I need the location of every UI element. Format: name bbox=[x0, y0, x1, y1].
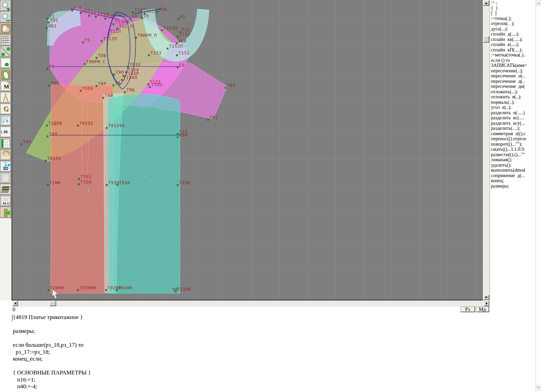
point-marker[interactable] bbox=[177, 184, 179, 186]
pattern-piece-button[interactable] bbox=[0, 69, 11, 80]
point-marker[interactable] bbox=[225, 87, 227, 89]
horizontal-scroll-thumb[interactable] bbox=[49, 301, 56, 306]
grading-g-button[interactable] bbox=[0, 103, 11, 115]
editor-line[interactable] bbox=[13, 335, 536, 342]
point-marker[interactable] bbox=[21, 143, 22, 145]
pattern-view-button[interactable] bbox=[0, 23, 11, 34]
grid-button[interactable] bbox=[0, 34, 11, 46]
point-marker[interactable] bbox=[108, 33, 109, 34]
i66-button[interactable] bbox=[0, 126, 11, 138]
command-item[interactable]: отложить в(..); bbox=[490, 94, 536, 100]
command-item[interactable]: разделить н(.....) bbox=[490, 110, 536, 116]
point-marker[interactable] bbox=[46, 27, 48, 29]
point-marker[interactable] bbox=[179, 31, 181, 33]
point-marker[interactable] bbox=[132, 11, 134, 13]
aux-marker[interactable] bbox=[145, 175, 147, 177]
point-marker[interactable] bbox=[121, 79, 123, 81]
panel-scrollbar[interactable] bbox=[536, 0, 541, 392]
editor-line[interactable] bbox=[13, 321, 536, 328]
point-marker[interactable] bbox=[148, 54, 150, 56]
editor-line[interactable]: размеры; bbox=[13, 328, 536, 335]
point-marker[interactable] bbox=[47, 136, 48, 137]
drafting-button[interactable] bbox=[0, 92, 11, 103]
threed-button[interactable] bbox=[0, 161, 11, 172]
editor-line[interactable]: п16:=1; bbox=[13, 376, 536, 384]
point-marker[interactable] bbox=[106, 127, 108, 129]
command-item[interactable]: сплайн к(....); bbox=[490, 42, 536, 47]
command-item[interactable]: сплайн д(....); bbox=[490, 31, 536, 37]
sizes-sheet-button[interactable] bbox=[0, 115, 11, 126]
point-marker[interactable] bbox=[116, 289, 118, 291]
command-item[interactable]: пересечение н(.. bbox=[490, 73, 536, 79]
point-marker[interactable] bbox=[113, 74, 115, 75]
command-item[interactable]: отрезок( . ); bbox=[490, 21, 536, 26]
point-marker[interactable] bbox=[177, 36, 179, 38]
point-marker[interactable] bbox=[47, 68, 48, 70]
point-marker[interactable] bbox=[123, 75, 124, 77]
command-item[interactable]: пересечение дн( bbox=[490, 84, 536, 89]
command-item[interactable]: если () то bbox=[490, 58, 536, 63]
books-button[interactable] bbox=[0, 184, 11, 195]
point-marker[interactable] bbox=[88, 15, 90, 17]
piece-skirt-back[interactable] bbox=[108, 94, 180, 293]
chevron-up-icon[interactable] bbox=[536, 1, 541, 6]
point-marker[interactable] bbox=[47, 184, 49, 186]
point-marker[interactable] bbox=[102, 97, 104, 99]
point-marker[interactable] bbox=[47, 18, 48, 20]
command-item[interactable]: пересечение д(.. bbox=[490, 79, 536, 84]
command-item[interactable]: [ ] bbox=[490, 10, 536, 16]
point-marker[interactable] bbox=[113, 23, 114, 25]
editor-line[interactable]: рз_17:=рз_18; bbox=[13, 349, 536, 356]
point-marker[interactable] bbox=[82, 42, 84, 43]
point-marker[interactable] bbox=[144, 13, 145, 14]
zoom-in-button[interactable] bbox=[0, 0, 11, 11]
command-item[interactable]: конец; bbox=[490, 178, 536, 183]
scroll-down-icon[interactable] bbox=[483, 295, 489, 300]
point-marker[interactable] bbox=[117, 184, 118, 186]
command-item[interactable]: разделить ксу(... bbox=[490, 121, 536, 126]
command-item[interactable]: угол к(..); bbox=[490, 105, 536, 110]
point-marker[interactable] bbox=[84, 63, 86, 65]
model-m-button[interactable] bbox=[0, 80, 11, 92]
point-marker[interactable] bbox=[96, 85, 97, 87]
command-item[interactable]: сжать(()...1.1.0.9. bbox=[490, 147, 536, 152]
point-marker[interactable] bbox=[149, 86, 151, 88]
point-marker[interactable] bbox=[125, 71, 127, 73]
point-marker[interactable] bbox=[207, 119, 209, 121]
point-marker[interactable] bbox=[77, 289, 79, 291]
point-marker[interactable] bbox=[95, 16, 97, 18]
editor-line[interactable]: {4819 Платье трикотажное } bbox=[13, 314, 536, 321]
aux-marker[interactable] bbox=[88, 190, 89, 191]
command-item[interactable]: размеры; bbox=[490, 183, 536, 189]
editor-line[interactable] bbox=[13, 363, 536, 370]
export-button[interactable] bbox=[0, 207, 11, 218]
point-marker[interactable] bbox=[71, 10, 73, 11]
point-marker[interactable] bbox=[176, 43, 178, 44]
command-item[interactable]: сплайн кк(.....); bbox=[490, 37, 536, 42]
doc-list-button[interactable] bbox=[0, 172, 11, 183]
vertical-scroll-thumb[interactable] bbox=[483, 36, 489, 43]
point-marker[interactable] bbox=[177, 67, 179, 68]
aux-marker[interactable] bbox=[131, 22, 133, 23]
sketch-button[interactable] bbox=[0, 57, 11, 69]
scroll-right-icon[interactable] bbox=[484, 301, 489, 306]
drawing-canvas[interactable]: Т36ОБ2Т1ТО1ОБ1Т4Т71ПТ8ПТ23ППТ11_ПХ2Т6Т16… bbox=[12, 0, 483, 300]
point-marker[interactable] bbox=[96, 57, 97, 59]
command-item[interactable]: поворот(()...""); bbox=[490, 142, 536, 147]
scroll-left-icon[interactable] bbox=[13, 301, 18, 306]
point-marker[interactable] bbox=[147, 83, 149, 85]
command-item[interactable]: :=метка(точка(.).. bbox=[490, 52, 536, 58]
point-marker[interactable] bbox=[127, 66, 129, 68]
point-marker[interactable] bbox=[48, 22, 49, 23]
program-editor[interactable]: {4819 Платье трикотажное } размеры; если… bbox=[0, 313, 536, 392]
point-marker[interactable] bbox=[78, 183, 80, 185]
command-item[interactable]: отложить(...); bbox=[490, 89, 536, 95]
point-marker[interactable] bbox=[80, 90, 81, 92]
point-marker[interactable] bbox=[48, 85, 50, 87]
command-item[interactable]: ЗАПИСАТЬ(имя= bbox=[490, 63, 536, 68]
point-marker[interactable] bbox=[161, 29, 163, 31]
command-item[interactable]: { } bbox=[490, 5, 536, 11]
point-marker[interactable] bbox=[124, 91, 126, 93]
editor-line[interactable]: п40:=-4; bbox=[13, 383, 536, 390]
command-item[interactable]: := ; bbox=[490, 0, 536, 5]
